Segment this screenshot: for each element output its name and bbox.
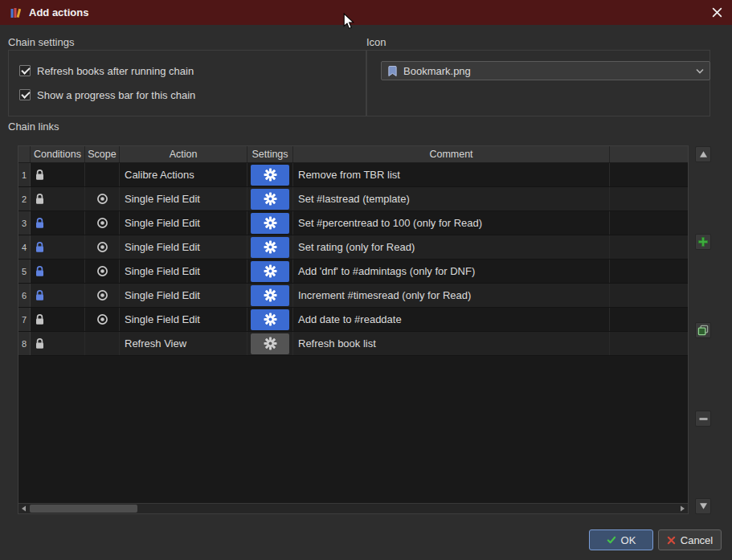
gear-icon (264, 168, 277, 182)
checkbox-row-refresh[interactable]: Refresh books after running chain (19, 64, 194, 77)
scope-cell[interactable] (85, 163, 120, 186)
comment-cell[interactable]: Add date to #readdate (293, 308, 610, 331)
row-number: 6 (18, 284, 31, 307)
action-cell[interactable]: Single Field Edit (120, 187, 247, 211)
remove-link-button[interactable] (695, 411, 711, 427)
table-row[interactable]: 3Single Field EditSet #percentread to 10… (18, 211, 688, 235)
header-settings[interactable]: Settings (247, 146, 293, 162)
scope-icon (96, 289, 108, 301)
conditions-cell[interactable] (31, 211, 85, 235)
gear-icon (264, 313, 277, 326)
chain-settings-frame (8, 50, 366, 116)
settings-cell (247, 187, 293, 211)
empty-cell (610, 308, 688, 331)
action-cell[interactable]: Refresh View (120, 332, 247, 355)
scope-icon (96, 217, 108, 229)
action-cell[interactable]: Single Field Edit (120, 211, 247, 235)
comment-cell[interactable]: Set rating (only for Read) (293, 235, 610, 259)
settings-button[interactable] (251, 261, 289, 282)
header-conditions[interactable]: Conditions (31, 146, 85, 162)
scope-cell[interactable] (85, 284, 120, 307)
cancel-button-label: Cancel (681, 534, 713, 546)
lock-icon (35, 289, 45, 301)
comment-cell[interactable]: Increment #timesread (only for Read) (293, 284, 610, 307)
scope-cell[interactable] (85, 260, 120, 283)
empty-cell (610, 284, 688, 307)
checkbox-row-progress[interactable]: Show a progress bar for this chain (19, 88, 195, 101)
table-row[interactable]: 7Single Field EditAdd date to #readdate (18, 308, 688, 332)
scroll-right-icon[interactable] (677, 504, 688, 513)
action-cell[interactable]: Calibre Actions (120, 163, 247, 186)
move-down-button[interactable] (695, 498, 711, 514)
close-button[interactable] (712, 7, 722, 18)
title-bar[interactable]: Add actions (0, 0, 732, 25)
empty-cell (610, 187, 688, 211)
table-row[interactable]: 2Single Field EditSet #lastread (templat… (18, 187, 688, 211)
plus-icon (697, 236, 709, 247)
table-row[interactable]: 1Calibre ActionsRemove from TBR list (18, 163, 688, 187)
action-cell[interactable]: Single Field Edit (120, 284, 247, 307)
lock-icon (35, 241, 45, 253)
scope-icon (96, 313, 108, 325)
comment-cell[interactable]: Set #percentread to 100 (only for Read) (293, 211, 610, 235)
conditions-cell[interactable] (31, 260, 85, 283)
conditions-cell[interactable] (31, 187, 85, 211)
horizontal-scrollbar[interactable] (18, 503, 688, 513)
checkbox[interactable] (19, 65, 31, 76)
scope-cell[interactable] (85, 211, 120, 235)
comment-cell[interactable]: Refresh book list (293, 332, 610, 355)
conditions-cell[interactable] (31, 332, 85, 355)
lock-icon (35, 169, 45, 181)
dialog-window: Add actions Chain settings Refresh books… (0, 0, 732, 560)
scope-cell[interactable] (85, 308, 120, 331)
settings-button[interactable] (251, 189, 289, 210)
action-cell[interactable]: Single Field Edit (120, 260, 247, 283)
comment-cell[interactable]: Add 'dnf' to #admintags (only for DNF) (293, 260, 610, 283)
table-row[interactable]: 6Single Field EditIncrement #timesread (… (18, 284, 688, 308)
add-link-button[interactable] (695, 234, 711, 250)
empty-cell (610, 163, 688, 186)
conditions-cell[interactable] (31, 163, 85, 186)
conditions-cell[interactable] (31, 284, 85, 307)
scope-cell[interactable] (85, 235, 120, 259)
empty-cell (610, 260, 688, 283)
comment-cell[interactable]: Set #lastread (template) (293, 187, 610, 211)
row-number: 2 (18, 187, 31, 211)
scope-icon (96, 241, 108, 253)
down-arrow-icon (699, 502, 708, 510)
settings-button[interactable] (251, 213, 289, 234)
settings-button[interactable] (251, 309, 289, 330)
table-row[interactable]: 4Single Field EditSet rating (only for R… (18, 235, 688, 260)
comment-cell[interactable]: Remove from TBR list (293, 163, 610, 186)
scope-cell[interactable] (85, 187, 120, 211)
header-action[interactable]: Action (120, 146, 247, 162)
conditions-cell[interactable] (31, 235, 85, 259)
table-row[interactable]: 5Single Field EditAdd 'dnf' to #admintag… (18, 260, 688, 284)
scrollbar-thumb[interactable] (30, 505, 137, 513)
header-comment[interactable]: Comment (293, 146, 610, 162)
move-up-button[interactable] (695, 146, 711, 162)
settings-cell (247, 284, 293, 307)
gear-icon (264, 192, 277, 206)
action-cell[interactable]: Single Field Edit (120, 235, 247, 259)
ok-button[interactable]: OK (589, 529, 653, 550)
checkbox[interactable] (19, 89, 31, 100)
conditions-cell[interactable] (31, 308, 85, 331)
scope-cell[interactable] (85, 332, 120, 355)
cancel-button[interactable]: Cancel (658, 529, 722, 550)
settings-button[interactable] (251, 237, 289, 258)
settings-button[interactable] (251, 165, 289, 186)
settings-button[interactable] (251, 333, 289, 354)
settings-button[interactable] (251, 285, 289, 306)
checkbox-label: Show a progress bar for this chain (37, 89, 195, 101)
copy-link-button[interactable] (695, 322, 711, 338)
action-cell[interactable]: Single Field Edit (120, 308, 247, 331)
header-scope[interactable]: Scope (85, 146, 120, 162)
header-empty (610, 146, 688, 162)
gear-icon (264, 264, 277, 278)
icon-select-value: Bookmark.png (403, 65, 471, 77)
scroll-left-icon[interactable] (18, 504, 29, 513)
table-row[interactable]: 8Refresh ViewRefresh book list (18, 332, 688, 356)
icon-select[interactable]: Bookmark.png (381, 61, 710, 80)
settings-cell (247, 163, 293, 186)
